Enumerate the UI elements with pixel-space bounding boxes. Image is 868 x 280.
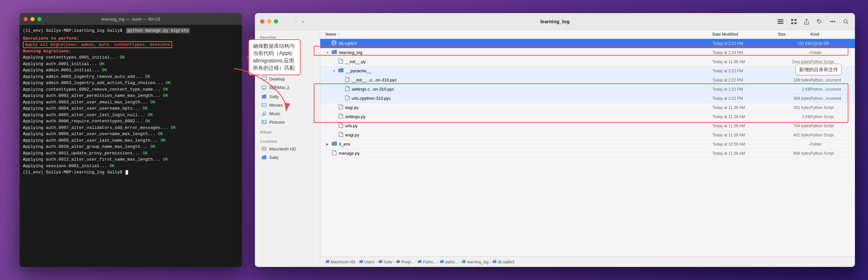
file-kind: Python Script	[810, 151, 850, 156]
breadcrumb-item[interactable]: Users	[359, 260, 374, 264]
svg-rect-24	[262, 120, 266, 124]
more-button[interactable]: •••	[829, 17, 837, 26]
breadcrumb-separator: ›	[394, 260, 395, 264]
sidebar-item-movies[interactable]: Movies	[256, 101, 319, 109]
disclosure-triangle[interactable]: ▾	[332, 69, 336, 73]
migration-line: Applying contenttypes.0002_remove_conten…	[23, 86, 239, 93]
file-kind: Python Script	[810, 105, 850, 110]
sidebar-item-sally[interactable]: Sally	[256, 92, 319, 101]
breadcrumb-item[interactable]: pytho...	[440, 260, 458, 264]
file-name-cell: urls.cpython-310.pyc	[326, 95, 712, 102]
file-size: 186 bytes	[778, 78, 810, 82]
sidebar-item-sally-location[interactable]: Sally	[256, 153, 319, 162]
file-name-cell: ▶db.sqlite3	[326, 40, 712, 47]
table-row[interactable]: ▾learning_logToday at 2:24 PM--Folder	[320, 48, 855, 57]
file-icon	[332, 150, 337, 156]
terminal-annotation: 确保数据库结构与当前代码（Apply allmigrations,应用所有的迁移…	[248, 39, 301, 75]
finder-close-button[interactable]	[260, 19, 265, 24]
finder-titlebar: ‹ › learning_log	[255, 13, 855, 30]
breadcrumb-item[interactable]: Pytho...	[418, 260, 436, 264]
migration-line: Applying sessions.0001_initial... OK	[23, 163, 239, 169]
file-name-text: settings.c...on-310.pyc	[352, 87, 394, 91]
finder-panel: ‹ › learning_log	[255, 13, 855, 267]
file-icon	[339, 132, 343, 138]
breadcrumb-separator: ›	[415, 260, 416, 264]
breadcrumb-label: db.sqlite3	[498, 260, 515, 264]
breadcrumb-label: pytho...	[445, 260, 458, 264]
column-headers: Name Date Modified Size Kind	[320, 30, 855, 39]
breadcrumb-item[interactable]: Sally	[378, 260, 392, 264]
finder-maximize-button[interactable]	[274, 19, 278, 24]
movies-label: Movies	[269, 103, 283, 108]
disclosure-triangle[interactable]: ▾	[326, 51, 330, 55]
file-date: Today at 2:22 PM	[712, 96, 778, 101]
breadcrumb-separator: ›	[356, 260, 358, 264]
file-date: Today at 2:22 PM	[712, 69, 778, 73]
file-date: Today at 11:38 AM	[712, 151, 778, 156]
svg-rect-4	[791, 19, 793, 21]
table-row[interactable]: __init__.pyToday at 11:38 AMZero bytesPy…	[320, 57, 855, 66]
breadcrumb-item[interactable]: Progr...	[396, 260, 414, 264]
file-date: Today at 2:22 PM	[712, 41, 778, 46]
new-files-annotation: 新增的目录和文件	[796, 64, 842, 75]
cursor	[125, 170, 128, 175]
table-row[interactable]: settings.pyToday at 11:38 AM3 KBPython S…	[320, 112, 855, 121]
icloud-section: iCloud	[255, 129, 320, 135]
back-button[interactable]: ‹	[294, 17, 298, 26]
breadcrumb-item[interactable]: learning_log	[462, 260, 488, 264]
col-size: Size	[778, 32, 810, 37]
file-name-cell: wsgi.py	[326, 132, 712, 138]
minimize-button[interactable]	[30, 17, 35, 21]
table-row[interactable]: manage.pyToday at 11:38 AM668 bytesPytho…	[320, 149, 855, 158]
terminal-content[interactable]: (ll_env) Sallys-MBP:learning_log Sally$ …	[20, 25, 242, 267]
finder-file-list[interactable]: ▶db.sqlite3Today at 2:22 PM131 KBSQLite …	[320, 39, 855, 256]
file-name-text: __pycache__	[346, 68, 371, 73]
tag-button[interactable]	[815, 18, 823, 26]
file-name-text: urls.py	[345, 123, 358, 128]
file-kind: Python Script	[810, 133, 850, 137]
breadcrumb-icon	[418, 260, 422, 264]
sidebar-item-mymac[interactable]: 我的Mac上	[256, 83, 319, 92]
table-row[interactable]: settings.c...on-310.pycToday at 2:22 PM2…	[320, 85, 855, 94]
table-row[interactable]: wsgi.pyToday at 11:38 AM401 bytesPython …	[320, 131, 855, 140]
breadcrumb-item[interactable]: db.sqlite3	[493, 260, 515, 264]
file-name-text: learning_log	[339, 50, 363, 55]
sidebar-item-desktop[interactable]: Desktop	[256, 75, 319, 83]
list-view-button[interactable]	[776, 18, 785, 25]
file-date: Today at 11:38 AM	[712, 105, 778, 110]
finder-minimize-button[interactable]	[267, 19, 271, 24]
migration-line: Applying auth.0004_alter_user_username_o…	[23, 105, 239, 112]
table-row[interactable]: __init__...c...on-310.pycToday at 2:22 P…	[320, 76, 855, 85]
migration-line: Applying auth.0010_alter_group_name_max_…	[23, 144, 239, 150]
table-row[interactable]: urls.cpython-310.pycToday at 2:22 PM968 …	[320, 94, 855, 103]
svg-rect-7	[795, 22, 797, 24]
grid-view-button[interactable]	[790, 18, 798, 26]
disclosure-triangle[interactable]: ▶	[326, 41, 330, 46]
disclosure-triangle[interactable]: ▶	[326, 142, 330, 146]
breadcrumb-item[interactable]: Macintosh HD	[326, 260, 355, 264]
sidebar-item-music[interactable]: Music	[256, 109, 319, 118]
breadcrumb-label: Macintosh HD	[331, 260, 355, 264]
migration-line: Applying admin.0001_initial... OK	[23, 67, 239, 74]
file-name-text: wsgi.py	[345, 133, 359, 137]
svg-point-23	[265, 114, 266, 115]
sidebar-item-macintosh-hd[interactable]: Macintosh HD	[256, 145, 319, 153]
search-button[interactable]	[842, 18, 850, 26]
maximize-button[interactable]	[37, 17, 41, 21]
table-row[interactable]: ▶db.sqlite3Today at 2:22 PM131 KBSQLite …	[320, 39, 855, 48]
migration-line: Applying auth.0012_alter_user_first_name…	[23, 156, 239, 163]
close-button[interactable]	[24, 17, 28, 21]
file-date: Today at 11:38 AM	[712, 124, 778, 128]
sidebar-item-pictures[interactable]: Pictures	[256, 118, 319, 126]
pictures-label: Pictures	[269, 120, 285, 124]
forward-button[interactable]: ›	[301, 17, 305, 26]
file-kind: SQLite DB	[810, 41, 850, 46]
svg-rect-1	[777, 19, 783, 20]
table-row[interactable]: ▾__pycache__Today at 2:22 PM--Folder	[320, 66, 855, 76]
table-row[interactable]: ▶ll_envToday at 10:59 AM--Folder	[320, 140, 855, 149]
share-button[interactable]	[803, 17, 810, 26]
breadcrumb-label: Users	[364, 260, 374, 264]
table-row[interactable]: urls.pyToday at 11:38 AM754 bytesPython …	[320, 121, 855, 131]
migration-line: Applying auth.0011_update_proxy_permissi…	[23, 150, 239, 157]
table-row[interactable]: asgi.pyToday at 11:38 AM401 bytesPython …	[320, 103, 855, 112]
